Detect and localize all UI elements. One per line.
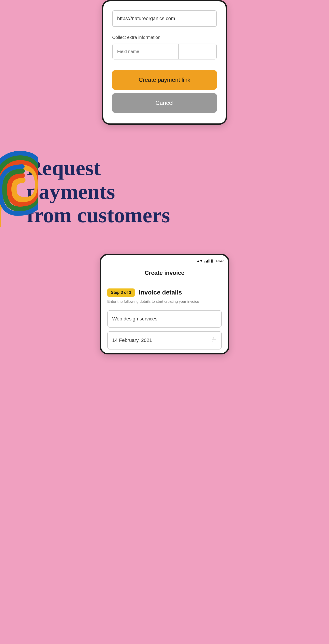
url-input[interactable]: [112, 10, 217, 27]
step-title: Invoice details: [139, 289, 182, 296]
hero-section: Request payments from customers: [0, 138, 329, 245]
field-value-input[interactable]: [179, 44, 217, 59]
invoice-header-title: Create invoice: [145, 270, 184, 276]
invoice-header: Create invoice: [101, 265, 228, 282]
battery-icon: ▮: [211, 258, 213, 263]
step-badge: Step 3 of 3: [107, 288, 135, 297]
bottom-section: ▴▼ ▮ 12:30 Create invoice Step 3 of 3: [0, 245, 329, 368]
date-text: 14 February, 2021: [112, 338, 152, 343]
time-display: 12:30: [216, 259, 224, 262]
wifi-icon: ▴▼: [197, 258, 203, 263]
bottom-phone-card: ▴▼ ▮ 12:30 Create invoice Step 3 of 3: [100, 254, 229, 354]
collect-extra-label: Collect extra information: [112, 35, 217, 40]
top-section: Collect extra information Create payment…: [0, 0, 329, 138]
service-name-field[interactable]: Web design services: [107, 310, 222, 328]
status-icons: ▴▼ ▮: [197, 258, 213, 263]
signal-bars-icon: [205, 259, 209, 262]
create-payment-link-button[interactable]: Create payment link: [112, 70, 217, 90]
extra-field-row: [112, 44, 217, 60]
date-field[interactable]: 14 February, 2021: [107, 331, 222, 350]
rainbow-decoration: [0, 149, 38, 227]
cancel-button[interactable]: Cancel: [112, 93, 217, 113]
step-row: Step 3 of 3 Invoice details: [107, 288, 222, 297]
svg-rect-0: [212, 338, 216, 342]
field-name-input[interactable]: [113, 44, 179, 59]
calendar-icon: [211, 337, 217, 344]
status-bar: ▴▼ ▮ 12:30: [101, 255, 228, 265]
hero-title: Request payments from customers: [27, 156, 179, 227]
service-name-text: Web design services: [112, 316, 158, 322]
step-subtitle: Enter the following details to start cre…: [107, 300, 222, 304]
invoice-body: Step 3 of 3 Invoice details Enter the fo…: [101, 282, 228, 350]
top-phone-card: Collect extra information Create payment…: [102, 0, 227, 125]
